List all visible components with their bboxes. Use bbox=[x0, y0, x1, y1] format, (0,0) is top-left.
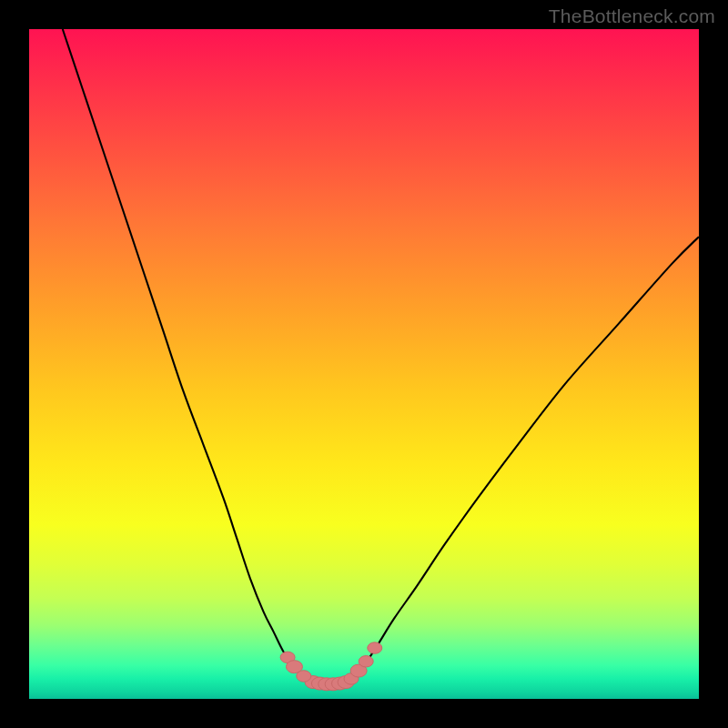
outer-frame: TheBottleneck.com bbox=[0, 0, 728, 728]
bead bbox=[297, 671, 311, 682]
left-curve bbox=[63, 29, 314, 682]
bead bbox=[359, 656, 373, 667]
bead-cluster bbox=[280, 642, 382, 691]
watermark-text: TheBottleneck.com bbox=[549, 5, 715, 27]
bead bbox=[368, 642, 382, 653]
plot-area bbox=[29, 29, 699, 699]
chart-svg bbox=[29, 29, 699, 699]
right-curve bbox=[344, 237, 699, 682]
